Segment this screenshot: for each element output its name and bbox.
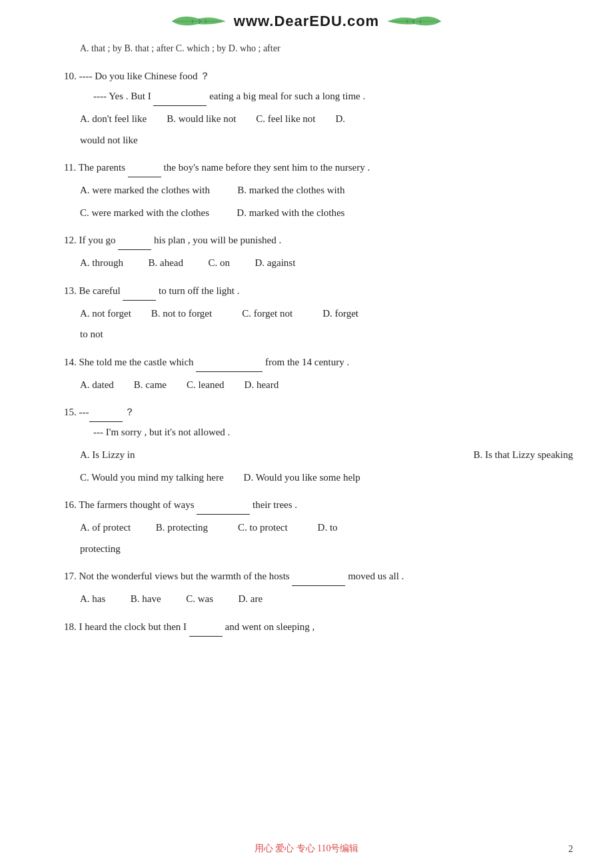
question-13: 13. Be careful to turn off the light . A… bbox=[40, 281, 573, 345]
site-title: www.DearEDU.com bbox=[229, 13, 384, 30]
q13-text: 13. Be careful to turn off the light . bbox=[64, 281, 573, 301]
q10-options: A. don't feel like B. would like not C. … bbox=[80, 109, 573, 151]
q12-text: 12. If you go his plan , you will be pun… bbox=[64, 230, 573, 250]
q15-text: 15. --- ？ bbox=[64, 402, 573, 422]
question-12: 12. If you go his plan , you will be pun… bbox=[40, 230, 573, 274]
page-header: www.DearEDU.com bbox=[40, 0, 573, 36]
page-footer: 用心 爱心 专心 110号编辑 bbox=[0, 843, 613, 855]
page-num-text: 2 bbox=[568, 844, 573, 854]
question-15: 15. --- ？ --- I'm sorry , but it's not a… bbox=[40, 402, 573, 488]
footer-text: 用心 爱心 专心 110号编辑 bbox=[255, 843, 359, 855]
question-16: 16. The farmers thought of ways their tr… bbox=[40, 495, 573, 559]
q14-blank bbox=[196, 371, 263, 372]
q14-text: 14. She told me the castle which from th… bbox=[64, 352, 573, 372]
q10-blank bbox=[153, 105, 207, 106]
q15-options: A. Is Lizzy in B. Is that Lizzy speaking… bbox=[80, 445, 573, 488]
q17-blank bbox=[292, 585, 345, 586]
question-10: 10. ---- Do you like Chinese food ？ ----… bbox=[40, 66, 573, 151]
top-options-text: A. that ; by B. that ; after C. which ; … bbox=[80, 43, 281, 53]
q10-text: 10. ---- Do you like Chinese food ？ bbox=[64, 66, 573, 86]
question-11: 11. The parents the boy's name before th… bbox=[40, 157, 573, 223]
q14-options: A. dated B. came C. leaned D. heard bbox=[80, 375, 573, 396]
q13-options: A. not forget B. not to forget C. forget… bbox=[80, 303, 573, 345]
q11-blank bbox=[128, 177, 161, 177]
q11-options: A. were marked the clothes with B. marke… bbox=[80, 180, 573, 223]
question-18: 18. I heard the clock but then I and wen… bbox=[40, 617, 573, 637]
q16-options: A. of protect B. protecting C. to protec… bbox=[80, 517, 573, 559]
q17-text: 17. Not the wonderful views but the warm… bbox=[64, 566, 573, 586]
q15-subtext: --- I'm sorry , but it's not allowed . bbox=[93, 422, 573, 442]
q16-text: 16. The farmers thought of ways their tr… bbox=[64, 495, 573, 515]
q17-options: A. has B. have C. was D. are bbox=[80, 589, 573, 610]
q12-blank bbox=[118, 249, 151, 250]
page-number: 2 bbox=[568, 843, 573, 855]
question-14: 14. She told me the castle which from th… bbox=[40, 352, 573, 396]
q11-text: 11. The parents the boy's name before th… bbox=[64, 157, 573, 177]
question-17: 17. Not the wonderful views but the warm… bbox=[40, 566, 573, 610]
q12-options: A. through B. ahead C. on D. against bbox=[80, 253, 573, 274]
q18-text: 18. I heard the clock but then I and wen… bbox=[64, 617, 573, 637]
q10-number: 10. ---- Do you like Chinese food ？ bbox=[64, 71, 210, 81]
top-options-row: A. that ; by B. that ; after C. which ; … bbox=[80, 40, 573, 57]
q16-blank bbox=[197, 514, 250, 515]
q10-subtext: ---- Yes . But I eating a big meal for s… bbox=[93, 86, 573, 106]
leaf-left-icon bbox=[169, 12, 229, 31]
q18-blank bbox=[189, 636, 223, 637]
q13-blank bbox=[123, 300, 156, 301]
leaf-right-icon bbox=[384, 12, 444, 31]
